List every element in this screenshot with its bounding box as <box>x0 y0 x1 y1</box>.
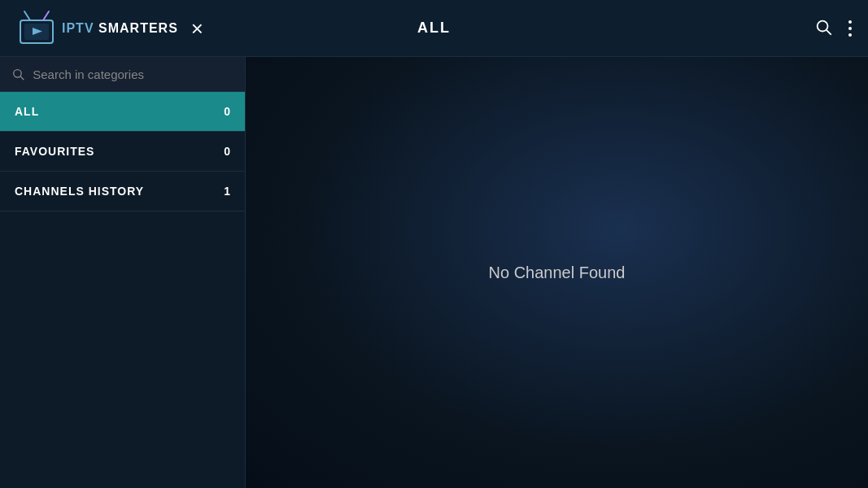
logo-icon <box>16 8 57 49</box>
category-item-all[interactable]: ALL 0 <box>0 92 245 132</box>
header-left: IPTV SMARTERS × <box>16 8 203 49</box>
svg-line-2 <box>43 11 49 20</box>
search-bar[interactable] <box>0 57 245 92</box>
content-area: No Channel Found <box>246 57 868 488</box>
close-button[interactable]: × <box>191 18 203 39</box>
brand-name: IPTV SMARTERS <box>62 21 178 36</box>
category-item-favourites[interactable]: FAVOURITES 0 <box>0 132 245 172</box>
search-button[interactable] <box>814 18 832 39</box>
svg-line-6 <box>827 30 831 34</box>
dot <box>848 33 852 37</box>
svg-line-1 <box>24 11 30 20</box>
category-count-favourites: 0 <box>224 145 230 158</box>
logo: IPTV SMARTERS <box>16 8 178 49</box>
header: IPTV SMARTERS × ALL <box>0 0 868 57</box>
more-options-button[interactable] <box>848 20 852 37</box>
category-count-channels-history: 1 <box>224 185 230 198</box>
category-label-channels-history: CHANNELS HISTORY <box>15 185 144 198</box>
page-title: ALL <box>417 20 451 36</box>
dot <box>848 27 852 30</box>
header-center: ALL <box>417 20 451 37</box>
category-count-all: 0 <box>224 105 230 118</box>
search-icon <box>814 18 832 36</box>
sidebar: ALL 0 FAVOURITES 0 CHANNELS HISTORY 1 <box>0 57 246 488</box>
category-label-all: ALL <box>15 105 39 118</box>
search-icon-small <box>11 67 24 81</box>
search-input[interactable] <box>33 68 233 81</box>
empty-message: No Channel Found <box>489 264 626 282</box>
header-right <box>814 18 852 39</box>
category-label-favourites: FAVOURITES <box>15 145 94 158</box>
svg-line-8 <box>20 76 24 80</box>
category-item-channels-history[interactable]: CHANNELS HISTORY 1 <box>0 172 245 211</box>
dot <box>848 20 852 24</box>
main-layout: ALL 0 FAVOURITES 0 CHANNELS HISTORY 1 No… <box>0 57 868 488</box>
